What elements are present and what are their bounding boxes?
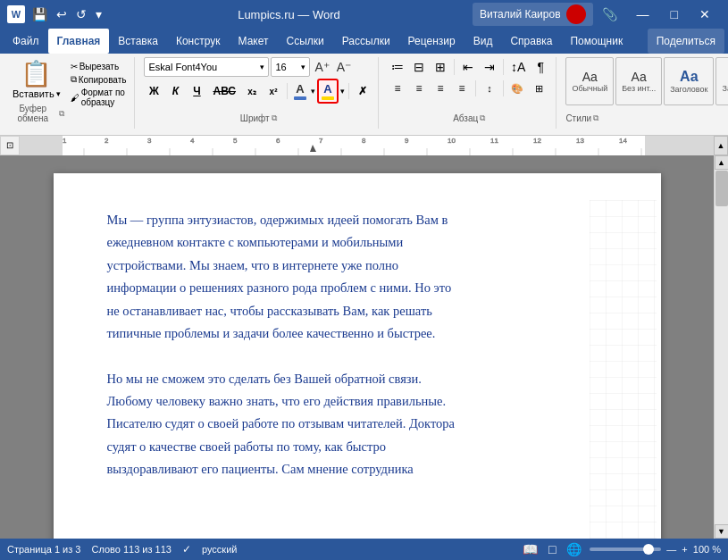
ruler-scroll-right[interactable]: ▲ [714,136,728,155]
style-heading2[interactable]: Аа Заголовок [715,57,728,105]
save-button[interactable]: 💾 [29,5,51,23]
scroll-track[interactable] [715,170,728,524]
pilcrow-button[interactable]: ¶ [531,57,550,77]
ribbon-icon-button[interactable]: 📎 [597,5,623,23]
align-left-button[interactable]: ≡ [388,79,407,98]
strikethrough-button[interactable]: АВС [208,81,240,101]
italic-button[interactable]: К [165,81,185,101]
read-mode-icon[interactable]: 📖 [520,542,540,556]
undo-button[interactable]: ↩ [53,5,71,23]
menu-mailings[interactable]: Рассылки [333,29,399,54]
document-scroll[interactable]: Мы — группа энтузиастов, одержимых идеей… [0,155,714,539]
format-painter-button[interactable]: 🖌 Формат по образцу [68,87,130,108]
language[interactable]: русский [202,544,237,555]
menu-review[interactable]: Рецензир [399,29,464,54]
font-expand-icon[interactable]: ⧉ [272,113,277,123]
paste-dropdown-arrow[interactable]: ▾ [56,89,61,98]
paste-button[interactable]: 📋 Вставить ▾ [9,57,64,101]
font-label: Шрифт ⧉ [240,112,277,125]
para-expand-icon[interactable]: ⧉ [480,113,485,123]
web-layout-icon[interactable]: 🌐 [564,542,584,556]
highlight-color-button[interactable]: A [317,79,339,104]
line-spacing-button[interactable]: ↕ [480,79,499,98]
vertical-scrollbar: ▲ ▼ [714,155,728,539]
zoom-minus-button[interactable]: — [666,544,676,555]
borders-button[interactable]: ⊞ [529,79,548,98]
close-button[interactable]: ✕ [689,4,721,25]
svg-text:2: 2 [105,137,109,145]
scroll-thumb[interactable] [715,171,728,206]
svg-text:7: 7 [319,137,323,145]
align-center-button[interactable]: ≡ [409,79,429,98]
zoom-slider[interactable] [590,547,661,551]
font-grow-button[interactable]: A⁺ [312,59,331,75]
zoom-level[interactable]: 100 % [693,544,721,555]
multilevel-button[interactable]: ⊞ [431,57,450,77]
menu-bar: Файл Главная Вставка Конструк Макет Ссыл… [0,29,728,54]
underline-button[interactable]: Ч [187,81,206,101]
doc-paragraph-1: Мы — группа энтузиастов, одержимых идеей… [107,209,607,345]
svg-text:4: 4 [190,137,195,145]
sort-button[interactable]: ↕A [507,57,529,77]
para-row-2: ≡ ≡ ≡ ≡ ↕ 🎨 ⊞ [388,79,550,98]
style-nospace[interactable]: Аа Без инт... [615,57,662,105]
ruler-corner-button[interactable]: ⊡ [0,136,20,155]
text-color-dropdown[interactable]: ▾ [311,87,315,96]
svg-text:11: 11 [490,137,498,145]
user-name: Виталий Каиров [480,8,561,21]
menu-help[interactable]: Справка [501,29,561,54]
text-color-button[interactable]: A [291,80,309,102]
menu-file[interactable]: Файл [4,29,48,54]
scroll-up-button[interactable]: ▲ [715,155,729,170]
cut-button[interactable]: ✂ Вырезать [68,61,130,72]
customize-button[interactable]: ▾ [92,5,105,23]
svg-text:10: 10 [448,137,456,145]
clear-format-button[interactable]: ✗ [353,81,372,101]
app-title: Lumpics.ru — Word [238,8,340,21]
subscript-button[interactable]: х₂ [242,81,262,101]
highlight-dropdown[interactable]: ▾ [340,87,345,96]
scroll-down-button[interactable]: ▼ [715,524,729,539]
minimize-button[interactable]: — [626,4,660,25]
copy-button[interactable]: ⧉ Копировать [68,73,130,86]
menu-references[interactable]: Ссылки [277,29,332,54]
increase-indent-button[interactable]: ⇥ [480,57,499,77]
font-size-select[interactable]: 16 ▾ [271,57,310,77]
text-color-indicator [294,96,306,100]
bold-button[interactable]: Ж [144,81,163,101]
style-heading1[interactable]: Аа Заголовок [664,57,714,105]
font-shrink-button[interactable]: A⁻ [334,59,354,75]
page-info[interactable]: Страница 1 из 3 [7,544,80,555]
word-count[interactable]: Слово 113 из 113 [91,544,172,555]
menu-share[interactable]: Поделиться [648,29,724,54]
font-family-select[interactable]: Eskal Font4You ▾ [144,57,269,77]
superscript-button[interactable]: х² [264,81,283,101]
zoom-thumb[interactable] [643,544,654,555]
svg-text:13: 13 [576,137,584,145]
styles-expand-icon[interactable]: ⧉ [593,113,598,123]
ruler: 1 2 3 4 5 6 7 8 9 10 11 12 13 14 [20,136,714,155]
title-bar: W 💾 ↩ ↺ ▾ Lumpics.ru — Word Виталий Каир… [0,0,728,29]
menu-view[interactable]: Вид [464,29,502,54]
clipboard-expand-icon[interactable]: ⧉ [59,109,64,119]
bullets-button[interactable]: ≔ [388,57,407,77]
numbers-button[interactable]: ⊟ [409,57,429,77]
zoom-plus-button[interactable]: + [682,544,687,555]
spell-check-icon[interactable]: ✓ [182,543,191,556]
menu-insert[interactable]: Вставка [109,29,167,54]
style-normal[interactable]: Аа Обычный [565,57,614,105]
user-area[interactable]: Виталий Каиров [473,3,593,26]
decrease-indent-button[interactable]: ⇤ [458,57,478,77]
menu-design[interactable]: Конструк [167,29,230,54]
svg-text:6: 6 [276,137,280,145]
shading-button[interactable]: 🎨 [507,79,527,98]
menu-layout[interactable]: Макет [230,29,278,54]
print-layout-icon[interactable]: □ [546,542,558,556]
justify-button[interactable]: ≡ [452,79,472,98]
align-right-button[interactable]: ≡ [431,79,450,98]
redo-button[interactable]: ↺ [72,5,90,23]
menu-assistant[interactable]: Помощник [561,29,632,54]
ribbon: 📋 Вставить ▾ Буфер обмена ⧉ ✂ Вырезать ⧉… [0,54,728,136]
maximize-button[interactable]: □ [660,4,689,25]
menu-home[interactable]: Главная [48,29,110,54]
